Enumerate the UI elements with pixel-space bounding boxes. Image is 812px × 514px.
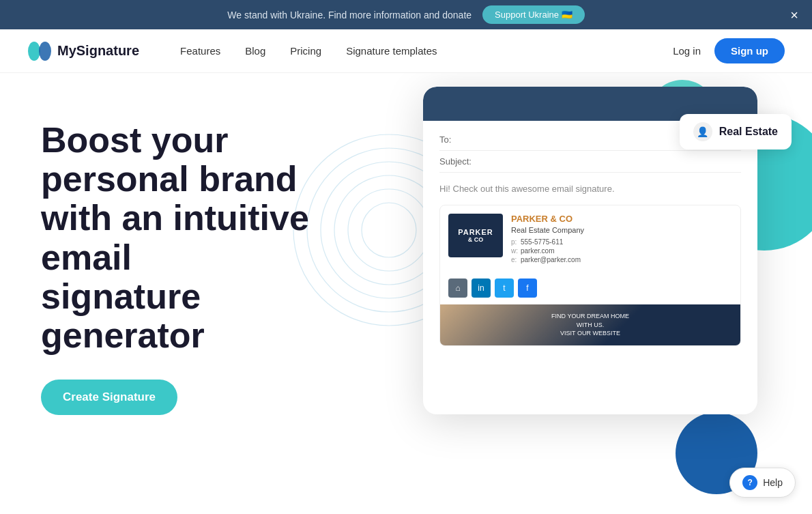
nav-blog[interactable]: Blog (245, 45, 265, 57)
login-button[interactable]: Log in (673, 45, 701, 57)
web-value: parker.com (521, 247, 554, 255)
signature-inner: PARKER & CO PARKER & CO Real Estate Comp… (440, 205, 740, 273)
real-estate-tag: 👤 Real Estate (680, 114, 792, 149)
help-question-icon: ? (742, 475, 757, 490)
svg-point-3 (348, 189, 430, 271)
nav-features[interactable]: Features (180, 45, 220, 57)
email-sig-value: parker@parker.com (521, 256, 581, 263)
hero-title-line1: Boost your personal brand (41, 120, 298, 199)
facebook-icon: f (518, 279, 537, 298)
signature-banner-image: FIND YOUR DREAM HOME WITH US. VISIT OUR … (440, 304, 740, 345)
logo-icon (27, 39, 52, 63)
nav-pricing[interactable]: Pricing (290, 45, 321, 57)
hero-content: Boost your personal brand with an intuit… (0, 73, 341, 514)
web-label: w: (511, 247, 518, 255)
hero-title-line2: with an intuitive email (41, 198, 309, 276)
signature-email: e: parker@parker.com (511, 256, 732, 263)
signature-logo-text1: PARKER (458, 228, 493, 236)
signature-phone: p: 555-5775-611 (511, 238, 732, 246)
hero-section: .arc-line { fill: none; stroke: #aad4e8;… (0, 73, 812, 514)
svg-point-0 (28, 42, 40, 61)
help-label: Help (763, 477, 783, 488)
twitter-icon: t (495, 279, 514, 298)
signup-button[interactable]: Sign up (714, 38, 785, 63)
banner-close-button[interactable]: × (790, 8, 798, 22)
signature-logo-text2: & CO (468, 236, 484, 243)
banner-line1: FIND YOUR DREAM HOME (551, 312, 629, 321)
signature-banner-text: FIND YOUR DREAM HOME WITH US. VISIT OUR … (551, 312, 629, 338)
linkedin-icon: in (472, 279, 491, 298)
signature-company: PARKER & CO (511, 214, 732, 224)
help-button[interactable]: ? Help (729, 468, 796, 498)
banner-cta: VISIT OUR WEBSITE (551, 329, 629, 338)
email-sig-label: e: (511, 256, 518, 263)
email-body: To: Subject: Hi! Check out this awesome … (423, 121, 757, 360)
signature-info: PARKER & CO Real Estate Company p: 555-5… (511, 214, 732, 265)
nav-links: Features Blog Pricing Signature template… (180, 45, 673, 57)
svg-point-2 (362, 203, 416, 257)
banner-line2: WITH US. (551, 321, 629, 330)
signature-subtitle: Real Estate Company (511, 226, 732, 234)
navigation: MySignature Features Blog Pricing Signat… (0, 29, 812, 73)
email-body-text: Hi! Check out this awesome email signatu… (439, 184, 741, 194)
logo-text: MySignature (57, 43, 139, 59)
nav-actions: Log in Sign up (673, 38, 785, 63)
phone-label: p: (511, 238, 518, 246)
phone-value: 555-5775-611 (521, 238, 563, 246)
home-icon: ⌂ (448, 279, 467, 298)
signature-web: w: parker.com (511, 247, 732, 255)
logo-link[interactable]: MySignature (27, 39, 139, 63)
hero-title: Boost your personal brand with an intuit… (41, 121, 314, 355)
email-to-label: To: (439, 134, 451, 145)
create-signature-button[interactable]: Create Signature (41, 380, 177, 415)
hero-title-line3: signature generator (41, 276, 205, 355)
real-estate-label: Real Estate (719, 126, 778, 138)
banner-text: We stand with Ukraine. Find more informa… (227, 10, 472, 20)
signature-card: PARKER & CO PARKER & CO Real Estate Comp… (439, 205, 741, 346)
signature-social-icons: ⌂ in t f (440, 279, 740, 304)
nav-signature-templates[interactable]: Signature templates (346, 45, 437, 57)
email-subject-field: Subject: (439, 156, 741, 173)
signature-banner: FIND YOUR DREAM HOME WITH US. VISIT OUR … (440, 304, 740, 345)
email-subject-label: Subject: (439, 156, 472, 167)
svg-point-1 (39, 42, 51, 61)
signature-logo-box: PARKER & CO (448, 214, 503, 257)
ukraine-banner: We stand with Ukraine. Find more informa… (0, 0, 812, 29)
support-ukraine-button[interactable]: Support Ukraine 🇺🇦 (482, 5, 585, 24)
person-icon: 👤 (693, 122, 712, 141)
